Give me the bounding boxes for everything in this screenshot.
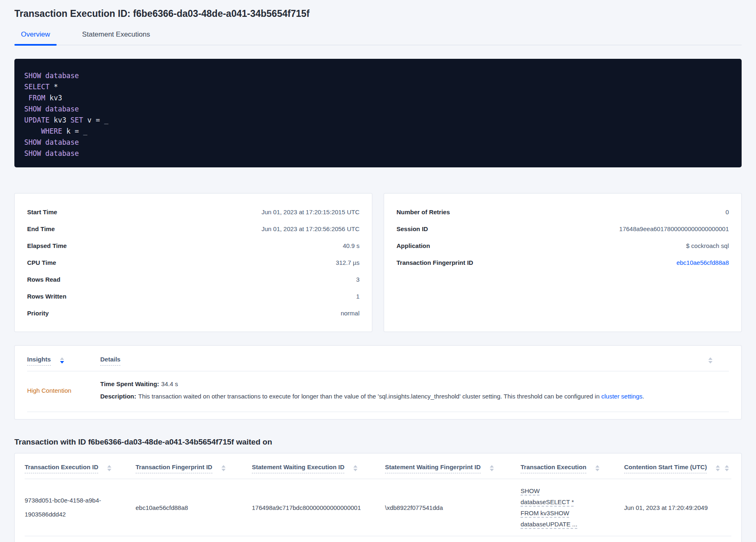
waited-on-table: Transaction Execution ID Transaction Fin… [14, 453, 742, 542]
summary-cards: Start Time Jun 01, 2023 at 17:20:15:2015… [14, 193, 742, 332]
page-title: Transaction Execution ID: f6be6366-da03-… [14, 0, 742, 19]
column-label[interactable]: Statement Waiting Fingerprint ID [385, 463, 481, 473]
detail-value: 1 [356, 293, 360, 300]
sql-keyword: database [45, 149, 79, 158]
insights-column-label[interactable]: Insights [27, 356, 51, 366]
details-column-label[interactable]: Details [100, 356, 120, 366]
transaction-execution-link[interactable]: SHOW databaseSELECT * FROM kv3SHOW datab… [521, 487, 577, 528]
detail-value: 17648a9eea6017800000000000000001 [619, 225, 729, 232]
detail-value: 312.7 µs [336, 259, 360, 266]
tab-bar: Overview Statement Executions [14, 30, 742, 45]
detail-row-cpu-time: CPU Time 312.7 µs [27, 254, 360, 271]
sort-icon[interactable] [725, 465, 729, 471]
insight-details: Time Spent Waiting:34.4 s Description:Th… [100, 380, 644, 401]
cell-transaction-execution: SHOW databaseSELECT * FROM kv3SHOW datab… [521, 485, 590, 530]
sort-icon[interactable] [716, 465, 720, 471]
sql-line: SHOW database [24, 137, 732, 148]
insights-column-header: Insights [27, 356, 100, 366]
detail-label: Session ID [396, 225, 428, 232]
detail-value: 0 [726, 208, 729, 215]
sql-line: UPDATE kv3 SET v = _ [24, 115, 732, 126]
detail-row-start-time: Start Time Jun 01, 2023 at 17:20:15:2015… [27, 204, 360, 220]
sql-line: SHOW database [24, 148, 732, 159]
waiting-value: 34.4 s [161, 380, 178, 387]
sql-line: FROM kv3 [24, 93, 732, 104]
sql-keyword: SHOW [24, 72, 45, 80]
description-label: Description: [100, 393, 136, 400]
sort-icon[interactable] [221, 465, 226, 471]
detail-row-application: Application $ cockroach sql [396, 237, 729, 254]
insight-type-badge: High Contention [27, 387, 100, 394]
sql-text: v = _ [88, 116, 108, 124]
detail-label: Start Time [27, 208, 57, 215]
sql-statements-box: SHOW database SELECT * FROM kv3 SHOW dat… [14, 59, 742, 167]
detail-row-priority: Priority normal [27, 305, 360, 322]
sort-icon[interactable] [708, 357, 712, 364]
sql-keyword: UPDATE [24, 116, 54, 124]
sql-text: kv3 [54, 116, 71, 124]
sql-keyword: WHERE [41, 127, 66, 135]
insight-row: High Contention Time Spent Waiting:34.4 … [27, 371, 729, 412]
detail-label: Priority [27, 310, 49, 317]
column-label[interactable]: Contention Start Time (UTC) [624, 463, 707, 473]
detail-label: CPU Time [27, 259, 56, 266]
timing-card: Start Time Jun 01, 2023 at 17:20:15:2015… [14, 193, 372, 332]
detail-label: Application [396, 242, 430, 249]
sql-keyword: SHOW [24, 105, 45, 113]
column-label[interactable]: Transaction Fingerprint ID [136, 463, 212, 473]
detail-value: normal [341, 310, 360, 317]
sql-text [24, 127, 41, 135]
detail-label: End Time [27, 225, 55, 232]
waited-on-row: 9738d051-bc0e-4158-a9b4-1903586ddd42 ebc… [25, 479, 731, 536]
session-card: Number of Retries 0 Session ID 17648a9ee… [384, 193, 742, 332]
column-header-transaction-fingerprint-id: Transaction Fingerprint ID [136, 463, 218, 473]
tab-statement-executions[interactable]: Statement Executions [76, 30, 157, 45]
detail-value: Jun 01, 2023 at 17:20:15:2015 UTC [261, 208, 360, 215]
sql-keyword: database [45, 138, 79, 146]
sql-keyword: SELECT [24, 83, 54, 91]
column-label[interactable]: Statement Waiting Execution ID [252, 463, 344, 473]
detail-row-rows-read: Rows Read 3 [27, 271, 360, 288]
tab-overview[interactable]: Overview [14, 30, 57, 45]
sql-keyword: SET [71, 116, 88, 124]
detail-label: Number of Retries [396, 208, 450, 215]
transaction-details-page: Transaction Execution ID: f6be6366-da03-… [0, 0, 756, 542]
sql-line: SHOW database [24, 104, 732, 115]
sql-keyword: FROM [28, 94, 49, 102]
column-header-contention-start-time: Contention Start Time (UTC) [624, 463, 731, 473]
insight-description-line: Description:This transaction waited on o… [100, 392, 644, 401]
sort-icon[interactable] [490, 465, 494, 471]
sort-icon[interactable] [60, 357, 64, 366]
detail-value: Jun 01, 2023 at 17:20:56:2056 UTC [261, 225, 360, 232]
sort-icon[interactable] [595, 465, 599, 471]
detail-label: Rows Read [27, 276, 60, 283]
detail-value: 40.9 s [343, 242, 360, 249]
sql-text [24, 94, 28, 102]
cell-contention-start-time: Jun 01, 2023 at 17:20:49:2049 [624, 504, 731, 511]
detail-label: Transaction Fingerprint ID [396, 259, 473, 266]
column-label[interactable]: Transaction Execution [521, 463, 586, 473]
description-suffix: . [643, 393, 644, 400]
column-label[interactable]: Transaction Execution ID [25, 463, 98, 473]
sql-text: k = _ [66, 127, 87, 135]
sql-text: kv3 [49, 94, 62, 102]
cell-statement-waiting-fingerprint-id: \xdb8922f077541dda [385, 504, 492, 511]
sql-line: SHOW database [24, 70, 732, 81]
insights-table-header: Insights Details [27, 346, 729, 371]
detail-row-elapsed-time: Elapsed Time 40.9 s [27, 237, 360, 254]
sql-text: * [54, 83, 58, 91]
transaction-fingerprint-link[interactable]: ebc10ae56cfd88a8 [676, 259, 729, 266]
sort-icon[interactable] [107, 465, 111, 471]
column-header-statement-waiting-execution-id: Statement Waiting Execution ID [252, 463, 367, 473]
sort-icon[interactable] [353, 465, 357, 471]
sql-keyword: database [45, 105, 79, 113]
insights-table: Insights Details High Contention Time Sp… [14, 345, 742, 419]
detail-label: Elapsed Time [27, 242, 67, 249]
sql-keyword: database [45, 72, 79, 80]
column-header-transaction-execution-id: Transaction Execution ID [25, 463, 107, 473]
cluster-settings-link[interactable]: cluster settings [601, 393, 642, 400]
column-header-transaction-execution: Transaction Execution [521, 463, 590, 473]
waited-on-table-header: Transaction Execution ID Transaction Fin… [25, 454, 731, 479]
detail-row-transaction-fingerprint-id: Transaction Fingerprint ID ebc10ae56cfd8… [396, 254, 729, 271]
detail-row-session-id: Session ID 17648a9eea6017800000000000000… [396, 220, 729, 237]
